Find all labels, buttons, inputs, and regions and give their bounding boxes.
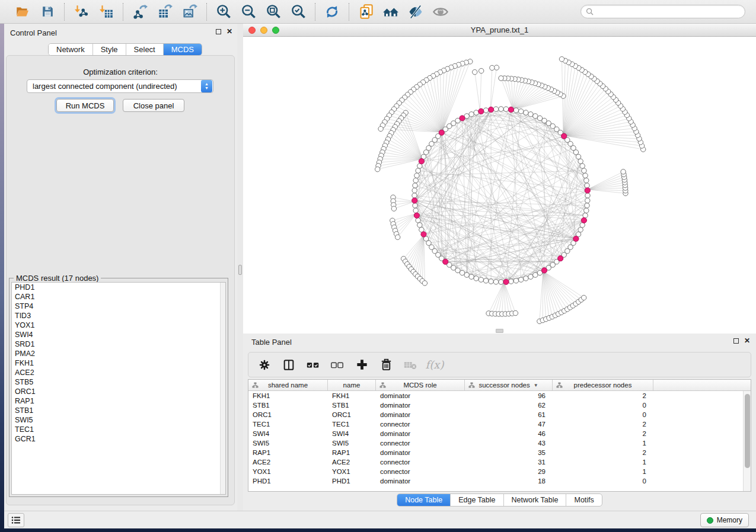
- export-image-icon[interactable]: [181, 4, 198, 20]
- tab-node-table[interactable]: Node Table: [397, 494, 451, 506]
- table-row[interactable]: STB1STB1dominator620: [248, 400, 743, 410]
- network-hub-node[interactable]: [573, 236, 579, 241]
- search-input[interactable]: [594, 7, 740, 17]
- network-node[interactable]: [469, 112, 474, 117]
- table-cell[interactable]: 96: [465, 391, 553, 400]
- table-cell[interactable]: [653, 410, 743, 419]
- table-cell[interactable]: ACE2: [328, 457, 376, 467]
- network-node[interactable]: [483, 108, 488, 113]
- network-node[interactable]: [583, 213, 588, 218]
- network-node[interactable]: [473, 70, 477, 75]
- network-node[interactable]: [583, 173, 588, 178]
- delete-table-icon[interactable]: [403, 357, 418, 373]
- network-node[interactable]: [578, 159, 583, 164]
- table-scrollbar[interactable]: [743, 391, 751, 491]
- import-table-icon[interactable]: [98, 4, 114, 20]
- table-cell[interactable]: 1: [553, 467, 653, 476]
- table-cell[interactable]: SWI4: [328, 429, 376, 438]
- network-node[interactable]: [499, 280, 503, 284]
- mcds-result-item[interactable]: STB5: [12, 377, 225, 387]
- table-row[interactable]: ACE2ACE2connector311: [248, 457, 743, 467]
- close-panel-button[interactable]: Close panel: [123, 99, 184, 112]
- select-all-icon[interactable]: [305, 357, 321, 373]
- table-cell[interactable]: dominator: [376, 400, 465, 410]
- network-node[interactable]: [483, 278, 488, 283]
- network-node[interactable]: [375, 167, 380, 172]
- table-cell[interactable]: 31: [465, 457, 553, 467]
- clone-network-icon[interactable]: [358, 4, 374, 20]
- float-panel-icon[interactable]: [216, 29, 221, 34]
- deselect-all-icon[interactable]: [330, 357, 345, 373]
- table-row[interactable]: ORC1ORC1dominator610: [248, 410, 743, 419]
- network-node[interactable]: [524, 276, 528, 281]
- table-row[interactable]: TEC1TEC1connector472: [248, 419, 743, 429]
- tab-style[interactable]: Style: [93, 44, 126, 55]
- table-cell[interactable]: ORC1: [248, 410, 328, 419]
- horizontal-splitter-handle[interactable]: [496, 329, 503, 333]
- table-cell[interactable]: 61: [465, 410, 553, 419]
- table-cell[interactable]: ACE2: [248, 457, 328, 467]
- vertical-splitter[interactable]: [237, 24, 243, 511]
- first-neighbors-icon[interactable]: [382, 4, 399, 20]
- table-cell[interactable]: 1: [553, 438, 653, 448]
- table-cell[interactable]: [653, 419, 743, 429]
- zoom-fit-icon[interactable]: [265, 4, 282, 20]
- table-cell[interactable]: FKH1: [248, 391, 328, 400]
- network-node[interactable]: [513, 310, 518, 315]
- table-cell[interactable]: 2: [553, 419, 653, 429]
- table-cell[interactable]: dominator: [376, 391, 465, 400]
- mcds-result-item[interactable]: FKH1: [12, 358, 225, 368]
- network-hub-node[interactable]: [581, 217, 586, 223]
- add-column-icon[interactable]: [354, 357, 369, 373]
- table-row[interactable]: PHD1PHD1dominator180: [248, 476, 743, 486]
- network-node[interactable]: [580, 164, 585, 168]
- table-cell[interactable]: RAP1: [328, 448, 376, 457]
- mcds-result-item[interactable]: TEC1: [12, 425, 225, 434]
- table-row[interactable]: YOX1YOX1connector291: [248, 467, 743, 476]
- network-node[interactable]: [528, 112, 533, 117]
- network-node[interactable]: [519, 277, 524, 282]
- network-node[interactable]: [417, 223, 422, 227]
- network-node[interactable]: [499, 107, 503, 111]
- network-hub-node[interactable]: [414, 213, 419, 218]
- table-scrollbar-thumb[interactable]: [745, 394, 750, 468]
- network-node[interactable]: [489, 279, 493, 284]
- export-table-icon[interactable]: [157, 4, 173, 20]
- column-header-successor-nodes[interactable]: successor nodes ▼: [465, 380, 553, 390]
- mcds-result-item[interactable]: SWI4: [12, 330, 225, 339]
- network-hub-node[interactable]: [419, 159, 424, 164]
- network-node[interactable]: [474, 110, 479, 115]
- table-cell[interactable]: 1: [553, 457, 653, 467]
- table-cell[interactable]: [653, 448, 743, 457]
- network-node[interactable]: [412, 188, 417, 193]
- network-node[interactable]: [582, 295, 586, 300]
- network-node[interactable]: [474, 276, 479, 281]
- search-box[interactable]: [580, 5, 745, 18]
- network-node[interactable]: [464, 273, 469, 277]
- function-builder-icon[interactable]: f(x): [427, 357, 442, 373]
- mcds-result-item[interactable]: PHD1: [12, 283, 225, 292]
- network-node[interactable]: [423, 150, 428, 155]
- network-node[interactable]: [479, 68, 484, 73]
- sort-chevron-icon[interactable]: ▼: [534, 383, 538, 388]
- table-cell[interactable]: 2: [553, 448, 653, 457]
- table-cell[interactable]: connector: [376, 467, 465, 476]
- network-hub-node[interactable]: [460, 116, 465, 121]
- network-hub-node[interactable]: [479, 108, 484, 114]
- zoom-in-icon[interactable]: [215, 4, 232, 20]
- tab-select[interactable]: Select: [126, 44, 164, 55]
- hide-selected-icon[interactable]: [407, 4, 424, 20]
- network-node[interactable]: [493, 280, 498, 284]
- close-table-panel-icon[interactable]: ✕: [744, 338, 750, 344]
- table-cell[interactable]: [653, 391, 743, 400]
- network-node[interactable]: [503, 107, 508, 111]
- table-cell[interactable]: 0: [553, 410, 653, 419]
- mcds-result-item[interactable]: SWI5: [12, 415, 225, 425]
- table-cell[interactable]: 35: [465, 448, 553, 457]
- table-cell[interactable]: 43: [465, 438, 553, 448]
- network-node[interactable]: [413, 183, 417, 188]
- network-hub-node[interactable]: [541, 268, 547, 273]
- table-cell[interactable]: PHD1: [328, 476, 376, 486]
- network-node[interactable]: [533, 273, 538, 277]
- table-cell[interactable]: [653, 457, 743, 467]
